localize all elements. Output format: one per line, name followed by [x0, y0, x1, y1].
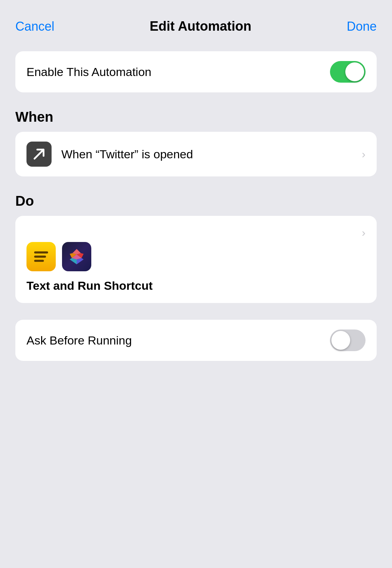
shortcuts-app-icon: [62, 242, 91, 271]
main-content: Enable This Automation When When “Twitte…: [0, 44, 392, 361]
notes-lines: [34, 251, 48, 262]
do-icons-row: [26, 242, 366, 271]
shortcuts-gem-icon: [68, 248, 86, 266]
ask-toggle-thumb: [331, 331, 350, 350]
notes-line-2: [34, 256, 46, 258]
do-chevron-right-icon: ›: [362, 226, 366, 239]
notes-line-1: [34, 251, 48, 253]
enable-automation-card: Enable This Automation: [15, 51, 377, 92]
page-title: Edit Automation: [150, 19, 252, 34]
ask-before-running-card: Ask Before Running: [15, 320, 377, 361]
done-button[interactable]: Done: [347, 19, 377, 34]
when-section-heading: When: [15, 109, 377, 125]
notes-line-3: [34, 260, 44, 262]
enable-automation-label: Enable This Automation: [26, 65, 152, 79]
trigger-card[interactable]: When “Twitter” is opened ›: [15, 132, 377, 176]
do-section-heading: Do: [15, 193, 377, 209]
twitter-app-icon: [26, 142, 52, 167]
enable-automation-row: Enable This Automation: [15, 51, 377, 92]
notes-app-icon: [26, 242, 56, 271]
toggle-thumb: [345, 62, 364, 81]
chevron-right-icon: ›: [362, 148, 366, 161]
ask-before-running-label: Ask Before Running: [26, 334, 132, 347]
enable-automation-toggle[interactable]: [330, 61, 366, 83]
ask-before-running-row: Ask Before Running: [15, 320, 377, 361]
ask-before-running-section: Ask Before Running: [15, 320, 377, 361]
trigger-text: When “Twitter” is opened: [61, 147, 362, 161]
do-action-card[interactable]: ›: [15, 216, 377, 303]
do-action-label: Text and Run Shortcut: [26, 279, 366, 293]
cancel-button[interactable]: Cancel: [15, 19, 54, 34]
external-link-icon: [32, 147, 46, 161]
navigation-header: Cancel Edit Automation Done: [0, 0, 392, 44]
do-chevron-row: ›: [26, 226, 366, 239]
ask-before-running-toggle[interactable]: [330, 330, 366, 351]
trigger-row: When “Twitter” is opened ›: [15, 132, 377, 176]
